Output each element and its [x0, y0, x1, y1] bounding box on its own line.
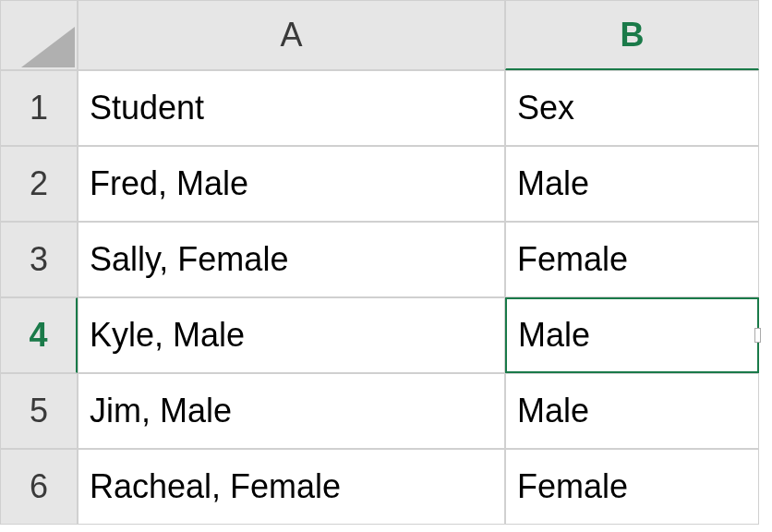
- cell-B5[interactable]: Male: [505, 373, 759, 449]
- cell-B4[interactable]: Male: [505, 297, 759, 373]
- row-header-6[interactable]: 6: [0, 449, 78, 525]
- cell-A5[interactable]: Jim, Male: [78, 373, 505, 449]
- row-header-5[interactable]: 5: [0, 373, 78, 449]
- column-header-B[interactable]: B: [505, 0, 759, 70]
- fill-handle[interactable]: [754, 328, 761, 343]
- select-all-corner[interactable]: [0, 0, 78, 70]
- cell-A3[interactable]: Sally, Female: [78, 222, 505, 297]
- cell-B4-value: Male: [518, 319, 590, 352]
- column-header-A[interactable]: A: [78, 0, 505, 70]
- row-header-2[interactable]: 2: [0, 146, 78, 222]
- cell-B2[interactable]: Male: [505, 146, 759, 222]
- row-header-3[interactable]: 3: [0, 222, 78, 297]
- cell-A4[interactable]: Kyle, Male: [78, 297, 505, 373]
- cell-A1[interactable]: Student: [78, 70, 505, 146]
- cell-B6[interactable]: Female: [505, 449, 759, 525]
- cell-A2[interactable]: Fred, Male: [78, 146, 505, 222]
- cell-B1[interactable]: Sex: [505, 70, 759, 146]
- cell-A6[interactable]: Racheal, Female: [78, 449, 505, 525]
- row-header-4[interactable]: 4: [0, 297, 78, 373]
- spreadsheet-grid[interactable]: A B 1 Student Sex 2 Fred, Male Male 3 Sa…: [0, 0, 772, 525]
- cell-B3[interactable]: Female: [505, 222, 759, 297]
- row-header-1[interactable]: 1: [0, 70, 78, 146]
